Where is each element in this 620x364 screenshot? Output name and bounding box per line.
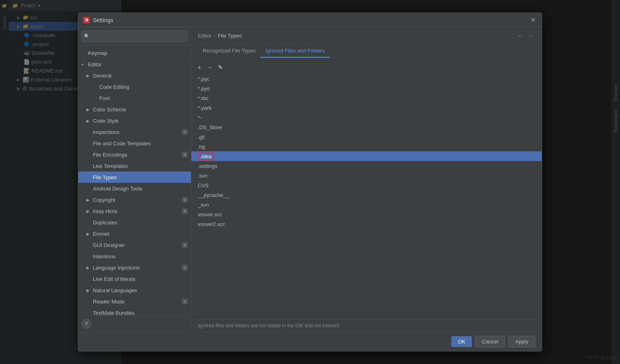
settings-item-textmate-bundles[interactable]: TextMate Bundles (78, 307, 191, 315)
badge-icon: ≡ (182, 129, 188, 135)
file-list: *.pyc *.pyo *.rbc *.yarb *~ .DS_Store .g… (191, 74, 542, 229)
content-status: Ignored files and folders are not visibl… (191, 319, 542, 332)
list-item[interactable]: .git (191, 132, 542, 142)
settings-item-keymap[interactable]: Keymap (78, 47, 191, 59)
settings-item-live-templates[interactable]: Live Templates (78, 160, 191, 172)
settings-item-general[interactable]: ▶ General (78, 70, 191, 81)
settings-item-label: File Types (93, 174, 188, 180)
settings-item-editor[interactable]: ▾ Editor (78, 59, 191, 70)
settings-item-code-editing[interactable]: Code Editing (78, 81, 191, 92)
arrow-icon: ▶ (86, 209, 91, 213)
settings-left-panel: 🔍 Keymap ▾ Editor (78, 27, 191, 332)
settings-item-file-code-templates[interactable]: File and Code Templates (78, 138, 191, 149)
settings-right-panel: Editor › File Types ← → Recognized File … (191, 27, 542, 332)
close-button[interactable]: ✕ (529, 16, 537, 24)
remove-button[interactable]: − (205, 63, 215, 72)
breadcrumb: Editor › File Types (198, 33, 242, 39)
badge-icon: ≡ (182, 265, 188, 270)
settings-item-font[interactable]: Font (78, 92, 191, 104)
dialog-footer: OK Cancel Apply (78, 332, 542, 351)
list-item[interactable]: *.pyc (191, 74, 542, 84)
settings-item-label: Keymap (88, 50, 188, 56)
settings-item-reader-mode[interactable]: Reader Mode ≡ (78, 296, 191, 307)
list-item[interactable]: *~ (191, 113, 542, 122)
settings-item-copyright[interactable]: ▶ Copyright ≡ (78, 194, 191, 205)
settings-item-label: Color Scheme (93, 107, 188, 113)
settings-item-gui-designer[interactable]: GUI Designer ≡ (78, 239, 191, 251)
settings-item-label: GUI Designer (93, 242, 180, 248)
list-item[interactable]: *.pyo (191, 84, 542, 93)
settings-item-label: Natural Languages (93, 287, 188, 293)
settings-tree: Keymap ▾ Editor ▶ General (78, 46, 191, 315)
settings-item-label: Reader Mode (93, 299, 180, 305)
settings-item-inlay-hints[interactable]: ▶ Inlay Hints ≡ (78, 205, 191, 217)
arrow-icon: ▶ (86, 198, 91, 202)
list-item[interactable]: .DS_Store (191, 122, 542, 132)
list-item[interactable]: vssver.scc (191, 209, 542, 219)
list-item[interactable]: .hg (191, 142, 542, 151)
edit-button[interactable]: ✎ (216, 63, 225, 72)
add-button[interactable]: + (195, 63, 204, 72)
settings-search-input[interactable] (82, 31, 188, 42)
arrow-icon: ▶ (86, 73, 91, 78)
nav-forward-button[interactable]: → (526, 32, 535, 40)
list-item[interactable]: _svn (191, 200, 542, 209)
help-button[interactable]: ? (82, 319, 91, 328)
badge-icon: ≡ (182, 242, 188, 248)
arrow-icon: ▶ (86, 107, 91, 112)
list-item[interactable]: vssver2.scc (191, 219, 542, 229)
nav-back-button[interactable]: ← (516, 32, 525, 40)
list-item[interactable]: CVS (191, 180, 542, 190)
settings-item-label: Inspections (93, 129, 180, 135)
content-tabs: Recognized File Types Ignored Files and … (191, 44, 542, 58)
ok-button[interactable]: OK (451, 336, 472, 347)
breadcrumb-parent: Editor (198, 33, 212, 39)
settings-item-label: TextMate Bundles (93, 310, 188, 316)
settings-item-label: Android Design Tools (93, 186, 188, 192)
list-item[interactable]: __pycache__ (191, 190, 542, 200)
settings-item-label: Editor (88, 61, 188, 67)
arrow-icon: ▶ (86, 119, 91, 123)
settings-item-file-encodings[interactable]: File Encodings ≡ (78, 149, 191, 160)
settings-item-label: Inlay Hints (93, 208, 180, 214)
settings-item-intentions[interactable]: Intentions (78, 251, 191, 262)
list-item[interactable]: *.yarb (191, 103, 542, 113)
settings-item-code-style[interactable]: ▶ Code Style (78, 115, 191, 126)
settings-item-file-types[interactable]: File Types (78, 172, 191, 183)
settings-item-label: Language Injections (93, 265, 180, 271)
settings-item-label: Live Edit of literals (93, 276, 188, 282)
settings-item-emmet[interactable]: ▶ Emmet (78, 228, 191, 239)
settings-item-label: Font (99, 95, 188, 101)
badge-icon: ≡ (182, 197, 188, 203)
search-icon: 🔍 (84, 33, 90, 39)
settings-item-color-scheme[interactable]: ▶ Color Scheme (78, 104, 191, 115)
settings-icon: ⚙ (83, 17, 90, 23)
dialog-body: 🔍 Keymap ▾ Editor (78, 27, 542, 332)
settings-item-inspections[interactable]: Inspections ≡ (78, 126, 191, 138)
dialog-title-left: ⚙ Settings (83, 17, 113, 23)
list-item-idea[interactable]: .idea (191, 151, 542, 161)
breadcrumb-current: File Types (218, 33, 242, 39)
arrow-icon: ▶ (86, 232, 91, 236)
settings-item-label: File Encodings (93, 152, 180, 158)
list-item[interactable]: *.rbc (191, 93, 542, 103)
modal-overlay: ⚙ Settings ✕ 🔍 Keymap (0, 0, 620, 364)
settings-item-label: Copyright (93, 197, 180, 203)
tab-recognized-file-types[interactable]: Recognized File Types (198, 44, 260, 58)
list-item[interactable]: .settings (191, 161, 542, 171)
content-area: + − ✎ *.pyc *.pyo *.rbc *.yarb *~ .DS_St… (191, 58, 542, 319)
settings-item-natural-languages[interactable]: ▶ Natural Languages (78, 285, 191, 296)
list-item[interactable]: .svn (191, 171, 542, 180)
settings-item-label: General (93, 73, 188, 79)
settings-item-label: Code Editing (99, 84, 188, 90)
settings-dialog: ⚙ Settings ✕ 🔍 Keymap (78, 13, 542, 351)
settings-item-android-design-tools[interactable]: Android Design Tools (78, 183, 191, 194)
settings-item-duplicates[interactable]: Duplicates (78, 217, 191, 228)
tab-ignored-files-folders[interactable]: Ignored Files and Folders (260, 44, 329, 58)
badge-icon: ≡ (182, 299, 188, 304)
settings-item-live-edit[interactable]: Live Edit of literals (78, 273, 191, 285)
arrow-icon: ▶ (86, 266, 91, 270)
apply-button[interactable]: Apply (508, 336, 535, 347)
cancel-button[interactable]: Cancel (475, 336, 505, 347)
settings-item-language-injections[interactable]: ▶ Language Injections ≡ (78, 262, 191, 273)
